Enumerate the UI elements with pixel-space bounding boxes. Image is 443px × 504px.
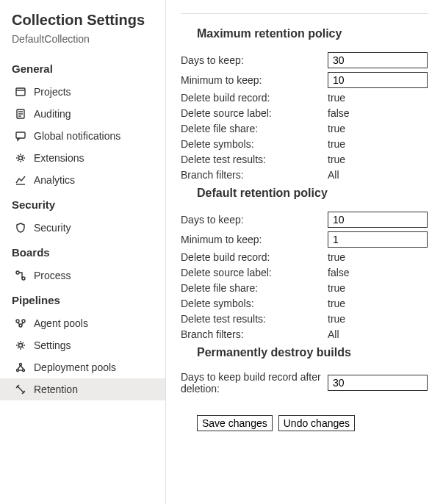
section-general-label: General [0, 55, 165, 81]
max-min-label: Minimum to keep: [181, 74, 328, 86]
default-min-input[interactable] [328, 231, 428, 248]
main-content: Maximum retention policy Days to keep: M… [166, 0, 443, 504]
settings-icon [15, 339, 26, 351]
max-row-label: Delete source label: [181, 107, 328, 119]
destroy-days-input[interactable] [328, 375, 428, 391]
analytics-icon [15, 174, 26, 186]
default-row-label: Delete symbols: [181, 298, 328, 309]
sidebar-item-label: Agent pools [34, 317, 88, 329]
sidebar-item-agent-pools[interactable]: Agent pools [0, 312, 165, 334]
retention-icon [15, 384, 26, 395]
max-days-label: Days to keep: [181, 54, 328, 66]
sidebar-title: Collection Settings [0, 12, 165, 33]
svg-point-12 [22, 320, 25, 323]
max-row-label: Delete file share: [181, 123, 328, 134]
svg-line-21 [21, 366, 24, 370]
default-row-value: false [328, 267, 350, 278]
default-row-value: true [328, 282, 345, 294]
svg-point-7 [19, 156, 23, 160]
max-row-value: false [328, 107, 350, 119]
sidebar-item-analytics[interactable]: Analytics [0, 169, 165, 191]
sidebar-item-settings[interactable]: Settings [0, 334, 165, 356]
default-row-value: All [328, 328, 339, 340]
process-icon [15, 270, 26, 281]
save-button[interactable]: Save changes [197, 415, 273, 431]
top-divider [181, 13, 428, 14]
projects-icon [15, 86, 26, 98]
sidebar-item-extensions[interactable]: Extensions [0, 147, 165, 169]
destroy-days-label: Days to keep build record after deletion… [181, 371, 328, 395]
default-row-label: Delete build record: [181, 251, 328, 263]
sidebar-item-projects[interactable]: Projects [0, 81, 165, 103]
max-row-value: All [328, 169, 339, 181]
max-row-value: true [328, 154, 345, 165]
default-policy-heading: Default retention policy [197, 187, 428, 200]
max-policy-heading: Maximum retention policy [197, 27, 428, 40]
default-min-label: Minimum to keep: [181, 234, 328, 245]
sidebar-item-label: Settings [34, 339, 71, 351]
default-row-label: Delete source label: [181, 267, 328, 278]
default-row-label: Delete test results: [181, 313, 328, 325]
svg-rect-0 [16, 88, 25, 96]
sidebar-item-label: Retention [34, 384, 78, 395]
max-row-label: Delete symbols: [181, 138, 328, 150]
agent-pools-icon [15, 317, 26, 329]
sidebar-item-label: Projects [34, 86, 71, 98]
sidebar-item-retention[interactable]: Retention [0, 378, 165, 400]
svg-line-20 [18, 366, 21, 370]
shield-icon [15, 222, 26, 234]
default-days-input[interactable] [328, 212, 428, 228]
undo-button[interactable]: Undo changes [278, 415, 355, 431]
default-row-value: true [328, 251, 345, 263]
svg-point-16 [19, 344, 23, 348]
max-row-label: Delete build record: [181, 92, 328, 104]
sidebar-item-label: Deployment pools [34, 361, 116, 373]
max-days-input[interactable] [328, 52, 428, 68]
svg-rect-6 [16, 132, 25, 138]
sidebar-item-label: Process [34, 270, 71, 281]
sidebar-item-deployment-pools[interactable]: Deployment pools [0, 356, 165, 378]
max-row-value: true [328, 123, 345, 134]
destroy-heading: Permanently destroy builds [197, 346, 428, 359]
sidebar-item-label: Auditing [34, 108, 71, 120]
max-row-value: true [328, 92, 345, 104]
default-row-value: true [328, 313, 345, 325]
sidebar-item-global-notifications[interactable]: Global notifications [0, 125, 165, 147]
svg-point-11 [16, 320, 19, 323]
svg-line-15 [21, 323, 24, 325]
sidebar-item-label: Extensions [34, 152, 84, 164]
svg-point-19 [23, 370, 25, 372]
max-row-value: true [328, 138, 345, 150]
sidebar: Collection Settings DefaultCollection Ge… [0, 0, 166, 504]
sidebar-item-label: Analytics [34, 174, 75, 186]
section-pipelines-label: Pipelines [0, 287, 165, 312]
section-security-label: Security [0, 191, 165, 217]
default-row-value: true [328, 298, 345, 309]
sidebar-item-process[interactable]: Process [0, 264, 165, 287]
max-row-label: Branch filters: [181, 169, 328, 181]
sidebar-subtitle: DefaultCollection [0, 33, 165, 55]
default-row-label: Branch filters: [181, 328, 328, 340]
sidebar-item-label: Global notifications [34, 130, 120, 142]
default-row-label: Delete file share: [181, 282, 328, 294]
svg-point-17 [20, 364, 22, 366]
sidebar-item-security[interactable]: Security [0, 217, 165, 239]
svg-point-9 [16, 271, 19, 274]
sidebar-item-auditing[interactable]: Auditing [0, 103, 165, 125]
section-boards-label: Boards [0, 239, 165, 264]
max-min-input[interactable] [328, 72, 428, 88]
notifications-icon [15, 130, 26, 142]
max-row-label: Delete test results: [181, 154, 328, 165]
sidebar-item-label: Security [34, 222, 71, 234]
default-days-label: Days to keep: [181, 214, 328, 226]
auditing-icon [15, 108, 26, 120]
svg-line-14 [18, 323, 20, 325]
extensions-icon [15, 152, 26, 164]
deployment-pools-icon [15, 361, 26, 373]
svg-point-18 [17, 370, 19, 372]
